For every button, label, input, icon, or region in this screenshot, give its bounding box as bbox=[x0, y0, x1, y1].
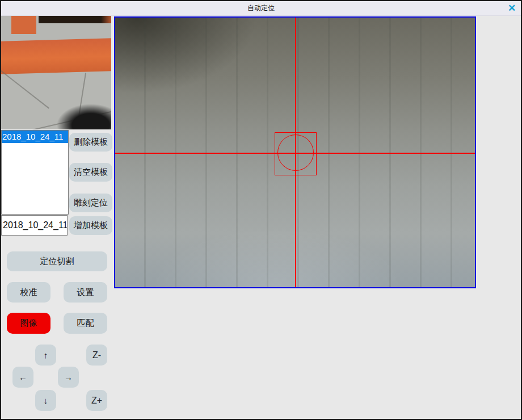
thumbnail-orange-beam bbox=[1, 38, 111, 74]
delete-template-button[interactable]: 删除模板 bbox=[69, 133, 112, 152]
thumbnail-dark-object bbox=[57, 104, 111, 129]
jog-left-button[interactable]: ← bbox=[12, 367, 33, 388]
camera-tile-lines bbox=[115, 18, 475, 287]
template-list-item-selected[interactable]: 2018_10_24_11 bbox=[2, 131, 68, 143]
engrave-position-button[interactable]: 雕刻定位 bbox=[69, 194, 112, 212]
position-cut-button[interactable]: 定位切割 bbox=[7, 251, 107, 271]
template-thumbnail-preview bbox=[1, 16, 111, 129]
template-list[interactable]: 2018_10_24_11 bbox=[1, 130, 69, 215]
clear-templates-button[interactable]: 清空模板 bbox=[69, 163, 112, 182]
thumbnail-dark-strip bbox=[39, 16, 111, 23]
jog-z-plus-button[interactable]: Z+ bbox=[86, 390, 107, 411]
image-button-active[interactable]: 图像 bbox=[7, 313, 50, 334]
close-icon[interactable]: ✕ bbox=[506, 2, 518, 14]
template-name-input[interactable] bbox=[1, 215, 68, 236]
crosshair-horizontal-line bbox=[115, 153, 475, 154]
crosshair-vertical-line bbox=[295, 18, 296, 287]
match-button[interactable]: 匹配 bbox=[64, 313, 107, 334]
thumbnail-grout-line bbox=[1, 69, 49, 108]
target-square-overlay bbox=[275, 132, 317, 175]
add-template-button[interactable]: 增加模板 bbox=[69, 216, 112, 235]
jog-up-button[interactable]: ↑ bbox=[35, 345, 56, 366]
thumbnail-orange-tab bbox=[11, 16, 36, 34]
camera-view[interactable] bbox=[114, 16, 476, 288]
window-title: 自动定位 bbox=[247, 3, 275, 13]
calibrate-button[interactable]: 校准 bbox=[7, 282, 50, 303]
jog-down-button[interactable]: ↓ bbox=[35, 390, 56, 411]
settings-button[interactable]: 设置 bbox=[64, 282, 107, 303]
jog-z-minus-button[interactable]: Z- bbox=[86, 345, 107, 366]
title-bar: 自动定位 bbox=[1, 1, 521, 16]
target-circle-overlay bbox=[277, 135, 314, 171]
jog-right-button[interactable]: → bbox=[58, 367, 79, 388]
